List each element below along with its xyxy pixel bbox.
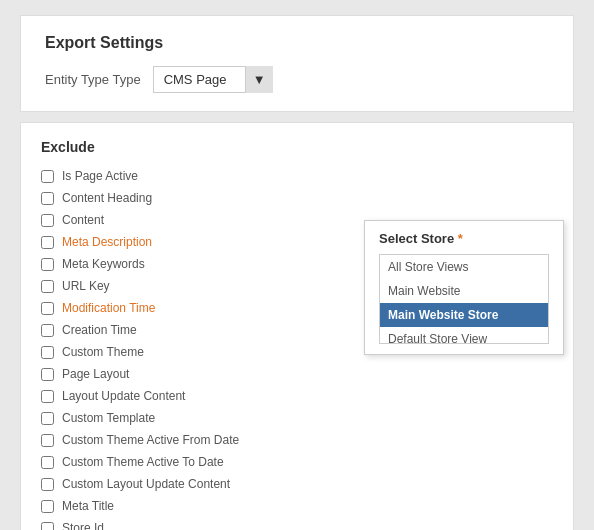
checkbox-item: Store Id (41, 521, 553, 530)
entity-type-select[interactable]: CMS Page (153, 66, 273, 93)
exclude-checkbox[interactable] (41, 324, 54, 337)
exclude-title: Exclude (41, 139, 553, 155)
checkbox-label: Content Heading (62, 191, 152, 205)
checkbox-label: Meta Description (62, 235, 152, 249)
checkbox-label: Creation Time (62, 323, 137, 337)
checkbox-label: Page Layout (62, 367, 129, 381)
checkbox-label: Layout Update Content (62, 389, 185, 403)
entity-type-label: Entity Type Type (45, 72, 141, 87)
checkbox-label: Custom Theme (62, 345, 144, 359)
entity-type-row: Entity Type Type CMS Page ▼ (45, 66, 549, 93)
exclude-checkbox[interactable] (41, 368, 54, 381)
checkbox-item: Content Heading (41, 191, 553, 205)
exclude-checkbox[interactable] (41, 390, 54, 403)
checkbox-label: Store Id (62, 521, 104, 530)
exclude-checkbox[interactable] (41, 192, 54, 205)
checkbox-item: Custom Theme Active To Date (41, 455, 553, 469)
checkbox-label: URL Key (62, 279, 110, 293)
checkbox-label: Custom Theme Active From Date (62, 433, 239, 447)
exclude-checkbox[interactable] (41, 522, 54, 531)
exclude-checkbox[interactable] (41, 280, 54, 293)
checkbox-label: Custom Theme Active To Date (62, 455, 224, 469)
checkbox-label: Custom Layout Update Content (62, 477, 230, 491)
checkbox-label: Modification Time (62, 301, 155, 315)
checkbox-label: Meta Keywords (62, 257, 145, 271)
store-list-item[interactable]: All Store Views (380, 255, 548, 279)
exclude-checkbox[interactable] (41, 214, 54, 227)
select-store-title: Select Store * (379, 231, 549, 246)
select-store-popup: Select Store * All Store ViewsMain Websi… (364, 220, 564, 355)
checkbox-item: Custom Layout Update Content (41, 477, 553, 491)
checkbox-item: Custom Theme Active From Date (41, 433, 553, 447)
store-list-container[interactable]: All Store ViewsMain WebsiteMain Website … (379, 254, 549, 344)
exclude-checkbox[interactable] (41, 258, 54, 271)
checkbox-item: Layout Update Content (41, 389, 553, 403)
store-list-item[interactable]: Main Website Store (380, 303, 548, 327)
checkbox-item: Meta Title (41, 499, 553, 513)
exclude-checkbox[interactable] (41, 434, 54, 447)
exclude-checkbox[interactable] (41, 302, 54, 315)
exclude-checkbox[interactable] (41, 456, 54, 469)
checkbox-label: Content (62, 213, 104, 227)
exclude-checkbox[interactable] (41, 346, 54, 359)
store-list-item[interactable]: Default Store View (380, 327, 548, 344)
export-settings-title: Export Settings (45, 34, 549, 52)
exclude-checkbox[interactable] (41, 478, 54, 491)
exclude-checkbox[interactable] (41, 500, 54, 513)
entity-type-select-wrapper[interactable]: CMS Page ▼ (153, 66, 273, 93)
export-settings-panel: Export Settings Entity Type Type CMS Pag… (20, 15, 574, 112)
checkbox-label: Is Page Active (62, 169, 138, 183)
checkbox-label: Custom Template (62, 411, 155, 425)
exclude-checkbox[interactable] (41, 236, 54, 249)
checkbox-label: Meta Title (62, 499, 114, 513)
exclude-checkbox[interactable] (41, 170, 54, 183)
checkbox-item: Custom Template (41, 411, 553, 425)
select-store-title-text: Select Store (379, 231, 454, 246)
exclude-checkbox[interactable] (41, 412, 54, 425)
checkbox-item: Page Layout (41, 367, 553, 381)
store-list-item[interactable]: Main Website (380, 279, 548, 303)
checkbox-item: Is Page Active (41, 169, 553, 183)
